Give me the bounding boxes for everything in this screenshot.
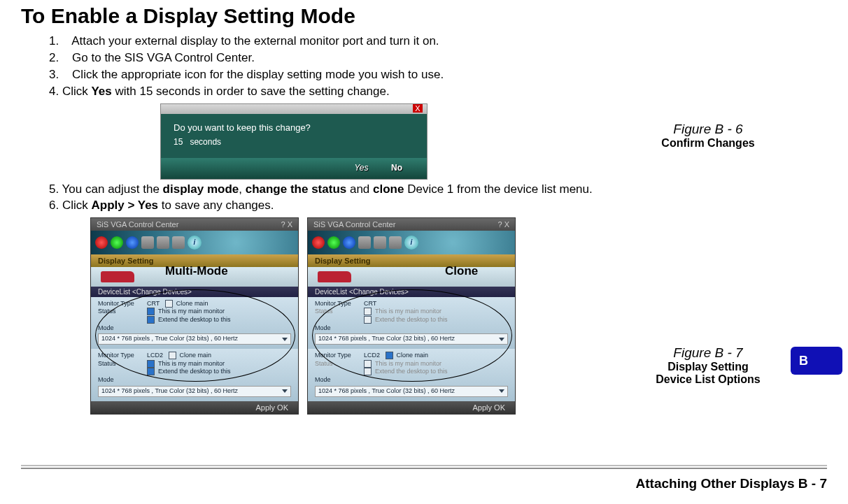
checkbox[interactable] xyxy=(147,360,155,368)
overlay-label-clone: Clone xyxy=(445,264,478,278)
checkbox[interactable] xyxy=(165,300,173,308)
device-list-header[interactable]: DeviceList <Change Devices> xyxy=(91,287,298,297)
toolbar-icon[interactable] xyxy=(327,236,340,249)
footer-text: Attaching Other Displays B - 7 xyxy=(636,476,827,491)
mode-dropdown[interactable]: 1024 * 768 pixels , True Color (32 bits)… xyxy=(315,386,508,397)
no-button[interactable]: No xyxy=(381,163,413,173)
toolbar-icon[interactable] xyxy=(95,236,108,249)
toolbar-icon[interactable] xyxy=(374,236,386,249)
mode-dropdown[interactable]: 1024 * 768 pixels , True Color (32 bits)… xyxy=(315,333,508,345)
device-block-2: Monitor TypeLCD2 Clone main StatusThis i… xyxy=(91,349,298,401)
dialog-countdown: 15 seconds xyxy=(174,137,414,147)
toolbar-icon[interactable] xyxy=(111,236,123,249)
toolbar-icon[interactable] xyxy=(389,236,402,249)
checkbox[interactable] xyxy=(169,352,176,359)
close-icon[interactable]: X xyxy=(413,104,423,113)
chevron-down-icon xyxy=(282,389,288,393)
chevron-down-icon xyxy=(499,389,504,393)
mode-dropdown[interactable]: 1024 * 768 pixels , True Color (32 bits)… xyxy=(98,333,291,345)
figure-caption-2: Figure B - 7 Display Setting Device List… xyxy=(638,345,778,386)
device-list-header[interactable]: DeviceList <Change Devices> xyxy=(308,287,515,297)
toolbar-icon[interactable] xyxy=(343,236,355,249)
step-2: 2. Go to the SIS VGA Control Center. xyxy=(49,51,255,64)
step-5: 5. You can adjust the display mode, chan… xyxy=(49,182,593,196)
checkbox[interactable] xyxy=(364,360,372,368)
steps-list-bottom: 5. You can adjust the display mode, chan… xyxy=(21,182,595,214)
checkbox[interactable] xyxy=(364,368,372,375)
panel-multimode: SiS VGA Control Center ? X i Display Set… xyxy=(91,218,298,414)
overlay-label-multimode: Multi-Mode xyxy=(165,264,228,278)
panel-toolbar: i xyxy=(308,231,515,254)
section-tab: B xyxy=(791,347,842,375)
panel-footer[interactable]: Apply OK xyxy=(91,401,298,414)
checkbox[interactable] xyxy=(147,308,155,315)
toolbar-icon[interactable] xyxy=(141,236,154,249)
dialog-question: Do you want to keep this change? xyxy=(174,122,414,133)
figure-caption-1: Figure B - 6 Confirm Changes xyxy=(638,122,778,150)
panel-subheader: Display Setting xyxy=(308,254,515,267)
page-title: To Enable a Display Setting Mode xyxy=(21,4,827,28)
toolbar-icon[interactable] xyxy=(172,236,185,249)
panel-footer[interactable]: Apply OK xyxy=(308,401,515,414)
info-icon[interactable]: i xyxy=(404,236,418,250)
checkbox[interactable] xyxy=(364,316,372,324)
confirm-dialog: X Do you want to keep this change? 15 se… xyxy=(161,104,427,179)
toolbar-icon[interactable] xyxy=(157,236,169,249)
checkbox[interactable] xyxy=(147,316,155,324)
dialog-titlebar: X xyxy=(161,104,427,114)
yes-button[interactable]: Yes xyxy=(346,163,378,173)
checkbox[interactable] xyxy=(386,352,393,359)
chevron-down-icon xyxy=(282,338,288,341)
info-icon[interactable]: i xyxy=(188,236,202,250)
panel-preview xyxy=(308,267,515,287)
step-1: 1. Attach your external display to the e… xyxy=(49,34,439,48)
device-block-1: Monitor TypeCRT Clone main StatusThis is… xyxy=(91,297,298,349)
chevron-down-icon xyxy=(499,338,504,341)
panel-clone: SiS VGA Control Center ? X i Display Set… xyxy=(308,218,515,414)
mode-dropdown[interactable]: 1024 * 768 pixels , True Color (32 bits)… xyxy=(98,386,291,397)
toolbar-icon[interactable] xyxy=(358,236,371,249)
panel-toolbar: i xyxy=(91,231,298,254)
step-4: 4. Click Yes with 15 seconds in order to… xyxy=(49,85,390,98)
steps-list-top: 1. Attach your external display to the e… xyxy=(21,34,595,100)
toolbar-icon[interactable] xyxy=(126,236,139,249)
device-block-2: Monitor TypeLCD2 Clone main StatusThis i… xyxy=(308,349,515,401)
checkbox[interactable] xyxy=(364,308,372,315)
device-block-1: Monitor TypeCRT StatusThis is my main mo… xyxy=(308,297,515,349)
step-6: 6. Click Apply > Yes to save any changes… xyxy=(49,199,274,212)
toolbar-icon[interactable] xyxy=(312,236,325,249)
panel-window-controls[interactable]: ? X xyxy=(497,220,509,229)
checkbox[interactable] xyxy=(147,368,155,375)
panel-app-title: SiS VGA Control Center xyxy=(97,220,178,229)
panel-app-title: SiS VGA Control Center xyxy=(313,220,395,229)
panel-window-controls[interactable]: ? X xyxy=(281,220,292,229)
footer-rule xyxy=(21,465,827,469)
step-3: 3. Click the appropriate icon for the di… xyxy=(49,68,444,81)
